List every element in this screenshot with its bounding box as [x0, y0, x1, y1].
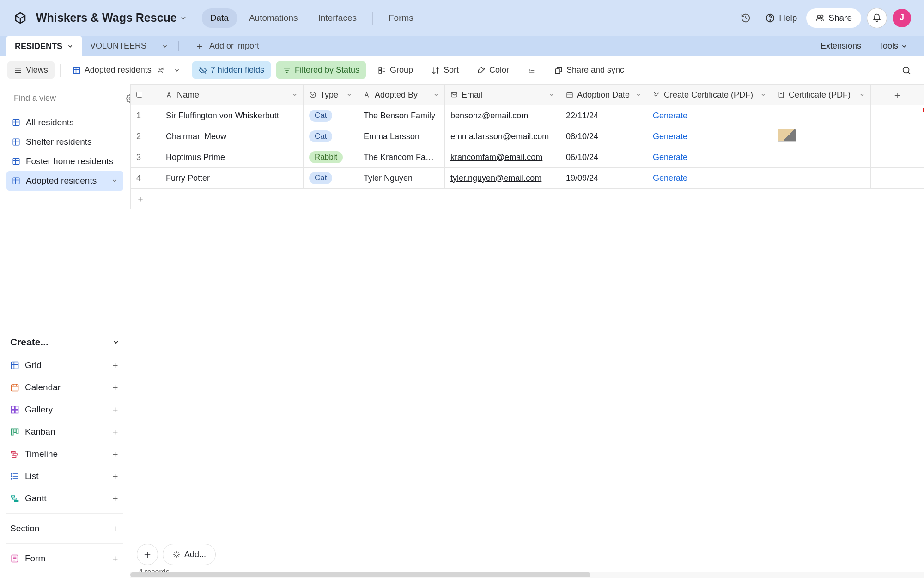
current-view-button[interactable]: Adopted residents [66, 61, 187, 79]
create-section-toggle[interactable]: Create... [6, 333, 123, 354]
hidden-fields-button[interactable]: 7 hidden fields [192, 61, 271, 79]
col-certificate[interactable]: Certificate (PDF) [772, 85, 871, 105]
cell-certificate[interactable] [772, 126, 871, 147]
select-all-header[interactable] [131, 85, 160, 105]
cell-certificate[interactable] [772, 147, 871, 168]
text-icon [166, 91, 173, 98]
app-logo[interactable] [13, 11, 28, 25]
cell-type[interactable]: Cat [304, 105, 358, 126]
table-tab-residents[interactable]: RESIDENTS [6, 36, 82, 57]
chevron-down-icon[interactable] [760, 92, 766, 98]
cell-adopted-by[interactable]: The Krancom Family [358, 147, 445, 168]
chevron-down-icon[interactable] [292, 92, 298, 98]
cell-certificate[interactable] [772, 168, 871, 189]
color-button[interactable]: Color [471, 61, 516, 79]
views-toggle[interactable]: Views [7, 61, 55, 79]
select-all-checkbox[interactable] [136, 92, 142, 98]
generate-button[interactable]: Generate [653, 153, 687, 162]
create-timeline[interactable]: Timeline＋ [6, 443, 123, 465]
cell-adopted-by[interactable]: Tyler Nguyen [358, 168, 445, 189]
add-or-import-button[interactable]: ＋ Add or import [187, 36, 267, 56]
search-button[interactable] [896, 60, 917, 80]
group-button[interactable]: Group [371, 61, 419, 79]
cell-name[interactable]: Furry Potter [160, 168, 304, 189]
top-tab-data[interactable]: Data [202, 8, 237, 28]
cell-name[interactable]: Hoptimus Prime [160, 147, 304, 168]
table-tab-volunteers[interactable]: VOLUNTEERS [82, 36, 187, 56]
top-tab-interfaces[interactable]: Interfaces [310, 8, 365, 28]
create-calendar[interactable]: Calendar＋ [6, 376, 123, 399]
tools-menu[interactable]: Tools [871, 41, 915, 51]
add-row[interactable]: ＋ [131, 189, 924, 209]
view-item-shelter[interactable]: Shelter residents [6, 132, 123, 152]
share-sync-button[interactable]: Share and sync [548, 61, 631, 79]
cell-email[interactable]: bensonz@email.com [445, 105, 560, 126]
find-view-input[interactable] [14, 93, 121, 103]
create-kanban[interactable]: Kanban＋ [6, 421, 123, 443]
create-grid[interactable]: Grid＋ [6, 354, 123, 376]
sort-button[interactable]: Sort [425, 61, 465, 79]
cell-date[interactable]: 19/09/24 [560, 168, 647, 189]
col-name[interactable]: Name [160, 85, 304, 105]
create-gantt[interactable]: Gantt＋ [6, 487, 123, 510]
col-email[interactable]: Email [445, 85, 560, 105]
chevron-down-icon[interactable] [636, 92, 641, 98]
help-button[interactable]: Help [761, 13, 801, 23]
cell-email[interactable]: tyler.nguyen@email.com [445, 168, 560, 189]
table-row[interactable]: 1Sir Fluffington von WhiskerbuttCatThe B… [131, 105, 924, 126]
user-avatar[interactable]: J [893, 9, 911, 27]
generate-button[interactable]: Generate [653, 173, 687, 183]
cell-date[interactable]: 22/11/24 [560, 105, 647, 126]
filter-button[interactable]: Filtered by Status [276, 61, 366, 79]
create-list[interactable]: List＋ [6, 465, 123, 487]
generate-button[interactable]: Generate [653, 132, 687, 141]
top-tab-automations[interactable]: Automations [241, 8, 306, 28]
plus-icon: ＋ [111, 553, 120, 565]
chevron-down-icon[interactable] [346, 92, 352, 98]
scroll-thumb[interactable] [130, 572, 590, 577]
cell-adopted-by[interactable]: The Benson Family [358, 105, 445, 126]
chevron-down-icon[interactable] [859, 92, 865, 98]
horizontal-scrollbar[interactable] [130, 572, 924, 578]
cell-type[interactable]: Cat [304, 126, 358, 147]
view-item-adopted[interactable]: Adopted residents [6, 171, 123, 191]
top-tab-forms[interactable]: Forms [380, 8, 422, 28]
cell-date[interactable]: 06/10/24 [560, 147, 647, 168]
view-item-foster[interactable]: Foster home residents [6, 152, 123, 171]
add-column-button[interactable]: ＋ [871, 85, 924, 105]
cell-adopted-by[interactable]: Emma Larsson [358, 126, 445, 147]
create-section[interactable]: Section＋ [6, 517, 123, 540]
cell-type[interactable]: Cat [304, 168, 358, 189]
history-button[interactable] [736, 8, 756, 28]
table-row[interactable]: 4Furry PotterCatTyler Nguyentyler.nguyen… [131, 168, 924, 189]
create-gallery[interactable]: Gallery＋ [6, 399, 123, 421]
table-row[interactable]: 2Chairman MeowCatEmma Larssonemma.larsso… [131, 126, 924, 147]
generate-button[interactable]: Generate [653, 111, 687, 120]
col-type[interactable]: Type [304, 85, 358, 105]
base-name-menu[interactable]: Whiskers & Wags Rescue [36, 11, 187, 25]
cell-date[interactable]: 08/10/24 [560, 126, 647, 147]
cell-email[interactable]: emma.larsson@email.com [445, 126, 560, 147]
chevron-down-icon[interactable] [433, 92, 439, 98]
view-item-all[interactable]: All residents [6, 113, 123, 132]
chevron-down-icon[interactable] [549, 92, 554, 98]
chevron-down-icon[interactable] [67, 43, 73, 49]
cell-certificate[interactable] [772, 105, 871, 126]
cell-name[interactable]: Chairman Meow [160, 126, 304, 147]
cell-type[interactable]: Rabbit [304, 147, 358, 168]
share-button[interactable]: Share [806, 8, 861, 28]
cell-name[interactable]: Sir Fluffington von Whiskerbutt [160, 105, 304, 126]
attachment-thumbnail[interactable] [778, 129, 796, 142]
cell-email[interactable]: krancomfam@email.com [445, 147, 560, 168]
row-height-button[interactable] [521, 62, 542, 78]
notifications-button[interactable] [867, 8, 887, 28]
col-create-cert[interactable]: Create Certificate (PDF) [647, 85, 772, 105]
add-menu-button[interactable]: Add... [163, 544, 216, 565]
create-form[interactable]: Form＋ [6, 547, 123, 570]
chevron-down-icon[interactable] [162, 43, 168, 49]
col-adopted-by[interactable]: Adopted By [358, 85, 445, 105]
extensions-button[interactable]: Extensions [813, 41, 869, 51]
col-adoption-date[interactable]: Adoption Date [560, 85, 647, 105]
table-row[interactable]: 3Hoptimus PrimeRabbitThe Krancom Familyk… [131, 147, 924, 168]
add-record-button[interactable]: ＋ [137, 544, 158, 565]
